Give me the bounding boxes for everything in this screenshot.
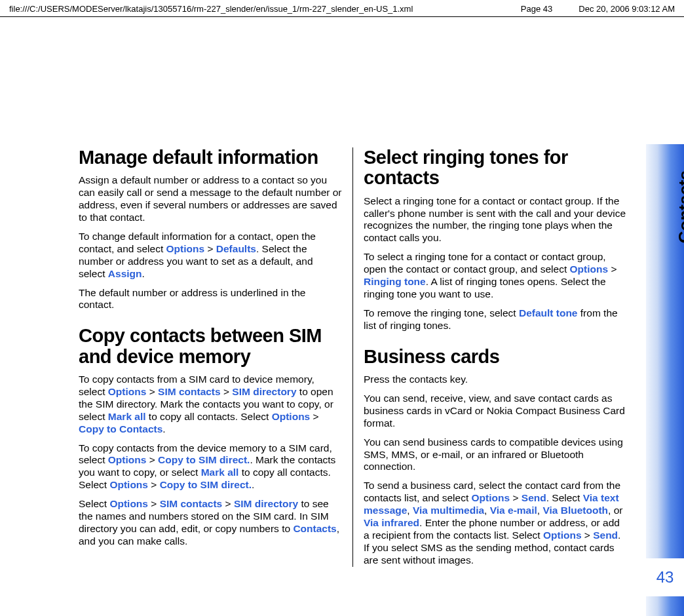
menu-keyword: SIM contacts — [158, 386, 221, 397]
timestamp: Dec 20, 2006 9:03:12 AM — [579, 4, 675, 14]
menu-keyword: Via Bluetooth — [542, 505, 608, 516]
menu-keyword: Options — [108, 386, 147, 397]
menu-keyword: Options — [108, 454, 147, 465]
page-label: Page 43 — [521, 4, 552, 14]
left-column: Manage default information Assign a defa… — [79, 147, 352, 567]
body-text: The default number or address is underli… — [79, 287, 342, 312]
menu-keyword: Send — [522, 492, 546, 503]
page-number: 43 — [646, 558, 684, 596]
heading-manage-default: Manage default information — [79, 147, 342, 168]
menu-keyword: Via e-mail — [490, 505, 537, 516]
file-path: file:///C:/USERS/MODEServer/lkatajis/130… — [9, 4, 413, 14]
menu-keyword: Ringing tone — [364, 276, 426, 287]
body-text: To copy contacts from the device memory … — [79, 442, 342, 492]
body-text: You can send, receive, view, and save co… — [364, 393, 626, 430]
menu-keyword: Via multimedia — [413, 505, 484, 516]
body-text: You can send business cards to compatibl… — [364, 436, 626, 474]
content-columns: Manage default information Assign a defa… — [79, 147, 629, 567]
menu-keyword: Options — [109, 498, 148, 509]
menu-keyword: Copy to SIM direct. — [158, 454, 250, 465]
menu-keyword: Options — [272, 411, 311, 422]
body-text: Select Options > SIM contacts > SIM dire… — [79, 498, 342, 548]
menu-keyword: Defaults — [216, 243, 256, 254]
menu-keyword: Send — [593, 529, 618, 541]
menu-keyword: Assign — [108, 268, 142, 279]
menu-keyword: Options — [570, 263, 609, 275]
heading-copy-contacts: Copy contacts between SIM and device mem… — [79, 326, 342, 367]
menu-keyword: Via infrared — [364, 517, 419, 528]
heading-business-cards: Business cards — [364, 347, 626, 367]
body-text: To copy contacts from a SIM card to devi… — [79, 374, 342, 436]
menu-keyword: Contacts — [293, 523, 336, 534]
menu-keyword: Options — [109, 479, 148, 490]
section-label: Contacts — [675, 170, 684, 243]
print-header: file:///C:/USERS/MODEServer/lkatajis/130… — [0, 0, 684, 17]
menu-keyword: Copy to Contacts — [79, 423, 162, 434]
menu-keyword: Copy to SIM direct. — [160, 479, 252, 490]
page-body: Contacts 43 Manage default information A… — [0, 20, 684, 616]
menu-keyword: SIM directory — [232, 386, 296, 397]
menu-keyword: Options — [543, 529, 582, 541]
body-text: To send a business card, select the cont… — [364, 480, 626, 566]
menu-keyword: Mark all — [108, 411, 146, 422]
body-text: Press the contacts key. — [364, 374, 626, 386]
body-text: To change default information for a cont… — [79, 231, 342, 280]
body-text: Select a ringing tone for a contact or c… — [364, 195, 626, 245]
menu-keyword: Options — [472, 492, 510, 503]
menu-keyword: Default tone — [519, 307, 578, 318]
menu-keyword: SIM contacts — [160, 498, 223, 509]
body-text: To remove the ringing tone, select Defau… — [364, 307, 626, 332]
heading-ringing-tones: Select ringing tones for contacts — [364, 147, 626, 189]
body-text: Assign a default number or address to a … — [79, 174, 342, 224]
menu-keyword: SIM directory — [234, 498, 298, 509]
menu-keyword: Options — [166, 243, 205, 254]
menu-keyword: Mark all — [201, 467, 239, 478]
right-column: Select ringing tones for contacts Select… — [352, 147, 626, 567]
body-text: To select a ringing tone for a contact o… — [364, 251, 626, 301]
